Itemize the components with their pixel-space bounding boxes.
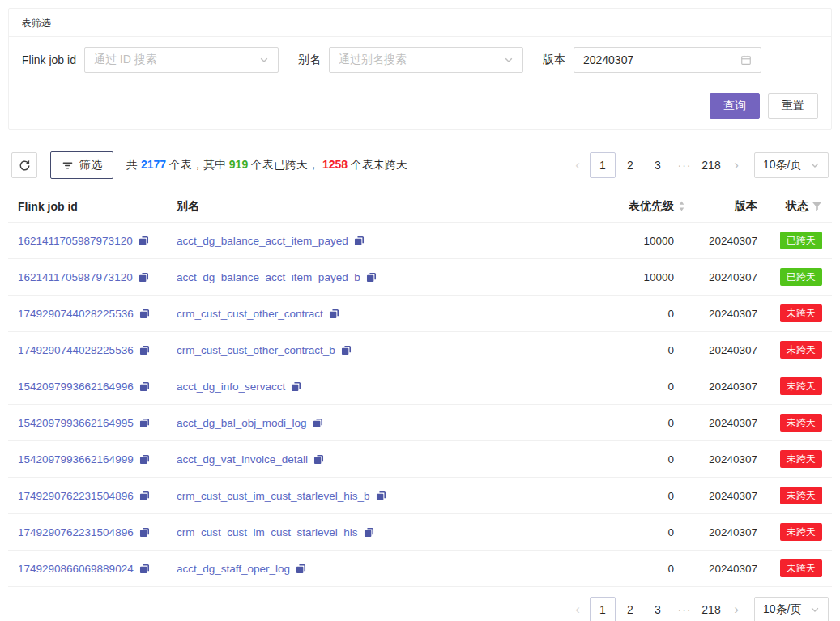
filter-lines-icon <box>62 160 74 172</box>
priority-value: 10000 <box>565 271 686 283</box>
version-date-value: 20240307 <box>583 53 633 66</box>
alias-select[interactable]: 通过别名搜索 <box>329 47 523 73</box>
priority-value: 0 <box>565 563 686 575</box>
flink-job-id-link[interactable]: 1749290762231504896 <box>18 490 134 502</box>
alias-link[interactable]: acct_dg_info_servacct <box>177 381 285 393</box>
copy-icon[interactable] <box>329 308 339 319</box>
column-header-flink-job-id: Flink job id <box>18 200 177 213</box>
next-page-button[interactable]: › <box>725 152 748 178</box>
page-button-1[interactable]: 1 <box>590 597 616 621</box>
priority-value: 0 <box>565 490 686 502</box>
column-header-version: 版本 <box>686 199 757 214</box>
filter-card: 表筛选 Flink job id 通过 ID 搜索 别名 通过别名搜索 版本 <box>8 8 832 130</box>
sort-icon[interactable] <box>677 200 686 212</box>
chevron-down-icon <box>810 160 820 170</box>
filter-toggle-button[interactable]: 筛选 <box>50 151 113 179</box>
version-value: 20240307 <box>686 235 757 247</box>
copy-icon[interactable] <box>313 454 324 465</box>
page-button-2[interactable]: 2 <box>617 597 643 621</box>
summary-prefix: 共 <box>126 158 141 171</box>
priority-value: 0 <box>565 381 686 393</box>
page-button-1[interactable]: 1 <box>590 152 616 178</box>
toolbar: 筛选 共 2177 个表，其中 919 个表已跨天， 1258 个表未跨天 ‹ … <box>8 151 832 180</box>
flink-job-id-link[interactable]: 1621411705987973120 <box>18 235 133 247</box>
alias-link[interactable]: crm_cust_cust_other_contract_b <box>177 344 335 356</box>
copy-icon[interactable] <box>313 418 323 428</box>
copy-icon[interactable] <box>139 236 149 246</box>
version-value: 20240307 <box>686 563 757 575</box>
alias-link[interactable]: acct_dg_bal_obj_modi_log <box>177 417 307 429</box>
page-ellipsis[interactable]: ··· <box>672 597 697 621</box>
chevron-down-icon <box>504 55 514 65</box>
page-button-2[interactable]: 2 <box>617 152 643 178</box>
copy-icon[interactable] <box>364 527 374 538</box>
copy-icon[interactable] <box>341 345 352 355</box>
chevron-down-icon <box>259 55 269 65</box>
filter-toggle-label: 筛选 <box>79 158 102 172</box>
alias-link[interactable]: crm_cust_cust_im_cust_starlevel_his <box>177 526 358 538</box>
copy-icon[interactable] <box>139 454 150 465</box>
filter-funnel-icon[interactable] <box>812 201 822 211</box>
copy-icon[interactable] <box>139 381 150 392</box>
page-button-3[interactable]: 3 <box>645 597 671 621</box>
copy-icon[interactable] <box>366 272 377 283</box>
refresh-button[interactable] <box>11 152 37 178</box>
table-row: 1542097993662164995 acct_dg_bal_obj_modi… <box>8 405 832 441</box>
version-date-input[interactable]: 20240307 <box>574 47 761 73</box>
copy-icon[interactable] <box>139 345 150 355</box>
page-button-218[interactable]: 218 <box>698 597 724 621</box>
copy-icon[interactable] <box>139 527 150 538</box>
flink-job-id-link[interactable]: 1749290744028225536 <box>18 344 134 356</box>
page-size-select[interactable]: 10条/页 <box>754 597 829 621</box>
copy-icon[interactable] <box>139 272 149 283</box>
version-value: 20240307 <box>686 381 757 393</box>
flink-job-id-link[interactable]: 1749290744028225536 <box>18 308 134 320</box>
flink-job-id-link[interactable]: 1542097993662164996 <box>18 381 134 393</box>
alias-link[interactable]: acct_dg_vat_invoice_detail <box>177 453 308 466</box>
copy-icon[interactable] <box>376 491 386 501</box>
alias-link[interactable]: crm_cust_cust_im_cust_starlevel_his_b <box>177 490 370 502</box>
summary-total-count: 2177 <box>141 158 166 171</box>
copy-icon[interactable] <box>139 491 150 501</box>
page-size-select[interactable]: 10条/页 <box>754 152 829 178</box>
page: 表筛选 Flink job id 通过 ID 搜索 别名 通过别名搜索 版本 <box>0 0 840 621</box>
status-badge: 未跨天 <box>780 487 822 504</box>
table-row: 1749290744028225536 crm_cust_cust_other_… <box>8 296 832 332</box>
flink-job-id-link[interactable]: 1542097993662164999 <box>18 453 134 466</box>
pagination-bottom-row: ‹ 1 2 3 ··· 218 › 10条/页 <box>8 597 832 621</box>
table-row: 1542097993662164996 acct_dg_info_servacc… <box>8 368 832 405</box>
copy-icon[interactable] <box>139 564 150 574</box>
next-page-button[interactable]: › <box>725 597 748 621</box>
refresh-icon <box>19 160 31 172</box>
prev-page-button[interactable]: ‹ <box>566 152 589 178</box>
reset-button[interactable]: 重置 <box>768 93 818 119</box>
flink-job-id-link[interactable]: 1749290762231504896 <box>18 526 134 538</box>
alias-link[interactable]: acct_dg_balance_acct_item_payed_b <box>177 271 360 283</box>
alias-link[interactable]: acct_dg_staff_oper_log <box>177 563 290 575</box>
query-button[interactable]: 查询 <box>710 93 760 119</box>
page-size-value: 10条/页 <box>763 602 801 617</box>
copy-icon[interactable] <box>139 418 150 428</box>
flink-job-id-link[interactable]: 1542097993662164995 <box>18 417 134 429</box>
alias-link[interactable]: acct_dg_balance_acct_item_payed <box>177 235 348 247</box>
version-value: 20240307 <box>686 344 757 356</box>
alias-link[interactable]: crm_cust_cust_other_contract <box>177 308 323 320</box>
copy-icon[interactable] <box>296 564 306 574</box>
version-value: 20240307 <box>686 490 757 502</box>
flink-job-id-link[interactable]: 1621411705987973120 <box>18 271 133 283</box>
flink-job-id-link[interactable]: 1749290866069889024 <box>18 563 134 575</box>
table-row: 1749290762231504896 crm_cust_cust_im_cus… <box>8 514 832 551</box>
calendar-icon <box>740 54 752 66</box>
page-ellipsis[interactable]: ··· <box>672 152 697 178</box>
copy-icon[interactable] <box>354 236 365 246</box>
copy-icon[interactable] <box>139 308 150 319</box>
status-badge: 未跨天 <box>780 559 822 577</box>
page-button-3[interactable]: 3 <box>645 152 671 178</box>
flink-job-id-select[interactable]: 通过 ID 搜索 <box>84 47 279 73</box>
copy-icon[interactable] <box>291 381 301 392</box>
results-table: Flink job id 别名 表优先级 版本 状态 1621411705987… <box>8 190 832 587</box>
version-value: 20240307 <box>686 526 757 538</box>
status-badge: 未跨天 <box>780 377 822 395</box>
prev-page-button[interactable]: ‹ <box>566 597 589 621</box>
page-button-218[interactable]: 218 <box>698 152 724 178</box>
